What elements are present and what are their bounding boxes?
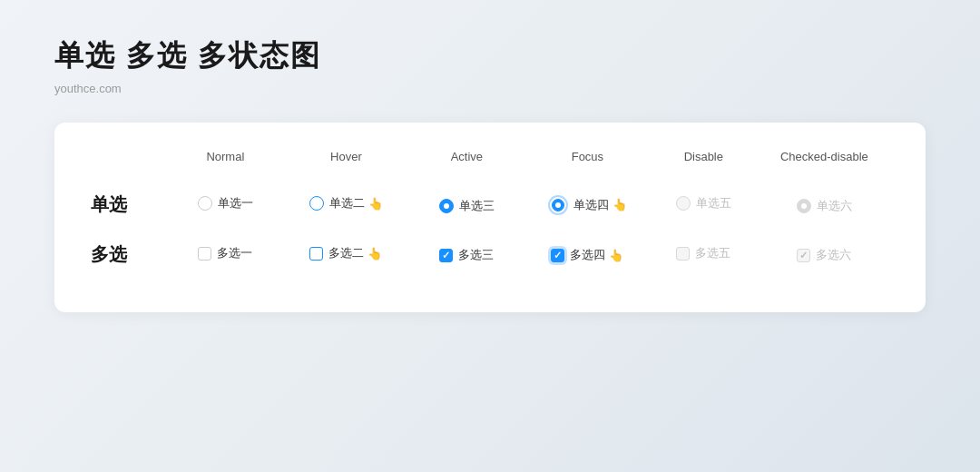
radio-hover-indicator: [309, 196, 324, 211]
checkbox-hover-label: 多选二: [328, 245, 364, 261]
radio-disable-indicator: [676, 196, 691, 211]
checkbox-disable-indicator: [676, 247, 690, 261]
radio-disable-label: 单选五: [696, 195, 731, 211]
col-header-hover: Hover: [286, 150, 407, 180]
card: Normal Hover Active Focus Disable Checke…: [54, 123, 926, 312]
checkbox-active[interactable]: 多选三: [439, 247, 494, 263]
radio-disable-cell: 单选五: [648, 180, 760, 230]
checkbox-checked-disable-label: 多选六: [816, 247, 851, 263]
radio-row-label: 单选: [91, 180, 165, 230]
radio-checked-disable-label: 单选六: [817, 198, 852, 214]
radio-row: 单选 单选一 单选二 👆: [91, 180, 889, 230]
checkbox-focus[interactable]: 多选四 👆: [551, 247, 623, 263]
radio-checked-disable-cell: 单选六: [760, 180, 889, 230]
cursor-focus-icon: 👆: [612, 198, 627, 211]
radio-normal[interactable]: 单选一: [198, 195, 253, 211]
checkbox-active-label: 多选三: [458, 247, 494, 263]
radio-active-label: 单选三: [459, 198, 495, 214]
radio-checked-disable-indicator: [797, 199, 811, 213]
page-title: 单选 多选 多状态图: [54, 36, 926, 76]
radio-checked-disable: 单选六: [797, 198, 852, 214]
radio-focus-ring: [548, 195, 568, 215]
checkbox-checked-disable-indicator: [797, 249, 810, 262]
checkbox-normal-cell[interactable]: 多选一: [165, 230, 286, 280]
radio-hover-cell[interactable]: 单选二 👆: [286, 180, 407, 230]
checkbox-row-label: 多选: [91, 230, 165, 280]
checkbox-active-cell[interactable]: 多选三: [407, 230, 527, 280]
checkbox-active-indicator: [439, 249, 453, 262]
checkbox-focus-indicator: [551, 249, 564, 262]
page-subtitle: youthce.com: [54, 82, 926, 95]
radio-active[interactable]: 单选三: [439, 198, 495, 214]
checkbox-focus-cell[interactable]: 多选四 👆: [527, 230, 648, 280]
checkbox-normal[interactable]: 多选一: [198, 245, 252, 261]
radio-active-indicator: [439, 199, 454, 213]
checkbox-row: 多选 多选一 多选二 👆: [91, 230, 889, 280]
radio-normal-cell[interactable]: 单选一: [165, 180, 286, 230]
cursor-checkbox-hover-icon: 👆: [368, 247, 382, 261]
radio-hover[interactable]: 单选二 👆: [309, 195, 383, 211]
radio-focus-indicator: [552, 199, 564, 211]
checkbox-hover[interactable]: 多选二 👆: [309, 245, 382, 261]
checkbox-focus-label: 多选四: [570, 247, 605, 263]
checkbox-checked-disable: 多选六: [797, 247, 851, 263]
cursor-hand-icon: 👆: [368, 197, 383, 211]
checkbox-checked-disable-cell: 多选六: [760, 230, 889, 280]
radio-normal-indicator: [198, 196, 212, 211]
radio-disable: 单选五: [676, 195, 731, 211]
checkbox-disable-label: 多选五: [695, 245, 730, 261]
checkbox-disable: 多选五: [676, 245, 730, 261]
radio-normal-label: 单选一: [218, 195, 253, 211]
radio-active-cell[interactable]: 单选三: [407, 180, 527, 230]
col-header-normal: Normal: [165, 150, 286, 180]
radio-focus-label: 单选四: [573, 197, 609, 213]
checkbox-normal-indicator: [198, 247, 211, 261]
col-header-disable: Disable: [648, 150, 760, 180]
radio-focus[interactable]: 单选四 👆: [548, 195, 627, 215]
radio-hover-label: 单选二: [329, 195, 365, 211]
checkbox-disable-cell: 多选五: [648, 230, 760, 280]
col-header-state: [91, 150, 165, 180]
checkbox-normal-label: 多选一: [217, 245, 252, 261]
col-header-checked-disable: Checked-disable: [760, 150, 889, 180]
checkbox-hover-cell[interactable]: 多选二 👆: [286, 230, 407, 280]
col-header-active: Active: [407, 150, 527, 180]
checkbox-hover-indicator: [309, 247, 323, 261]
cursor-checkbox-focus-icon: 👆: [609, 249, 623, 262]
radio-focus-cell[interactable]: 单选四 👆: [527, 180, 648, 230]
col-header-focus: Focus: [527, 150, 648, 180]
